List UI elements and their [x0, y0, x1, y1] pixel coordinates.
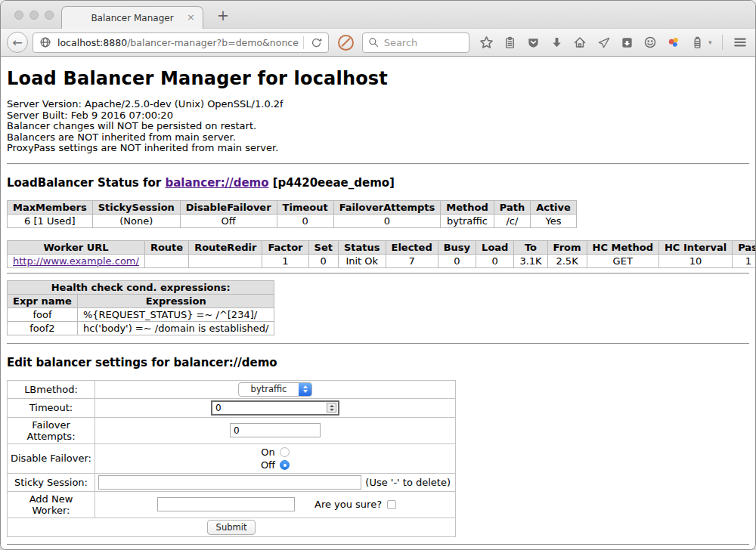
overflow-caret-icon[interactable]: ▾: [708, 39, 712, 46]
reading-list-icon[interactable]: [502, 35, 517, 50]
col-timeout: Timeout: [277, 200, 333, 214]
close-window-button[interactable]: [14, 11, 23, 20]
back-button[interactable]: ←: [7, 32, 28, 53]
health-row-foof: foof %{REQUEST_STATUS} =~ /^[234]/: [8, 307, 274, 321]
blocker-extension-icon[interactable]: [338, 35, 354, 51]
page-title: Load Balancer Manager for localhost: [7, 57, 749, 89]
health-table-title: Health check cond. expressions:: [8, 280, 274, 294]
cell-status: Init Ok: [338, 254, 386, 267]
bookmark-star-icon[interactable]: [479, 35, 494, 50]
col-disablefailover: DisableFailover: [180, 200, 277, 214]
col-factor: Factor: [262, 240, 308, 254]
timeout-label: Timeout:: [8, 398, 95, 417]
col-set: Set: [308, 240, 338, 254]
worker-header-row: Worker URL Route RouteRedir Factor Set S…: [8, 240, 756, 254]
col-maxmembers: MaxMembers: [8, 200, 93, 214]
inherit-notice-line: Balancers are NOT inherited from main se…: [7, 132, 749, 144]
cell-route: [144, 254, 188, 267]
col-active: Active: [531, 200, 577, 214]
window-controls[interactable]: [14, 11, 54, 20]
add-worker-row: Add New Worker: Are you sure?: [8, 491, 456, 518]
disable-failover-off-radio[interactable]: [280, 460, 290, 470]
cell-timeout: 0: [277, 214, 333, 227]
disable-failover-label: Disable Failover:: [8, 443, 95, 473]
toolbar-divider: [722, 35, 723, 50]
balancer-header-row: MaxMembers StickySession DisableFailover…: [8, 200, 577, 214]
minimize-window-button[interactable]: [29, 11, 39, 20]
balancer-demo-link[interactable]: balancer://demo: [165, 176, 268, 190]
sticky-session-label: Sticky Session:: [8, 473, 95, 491]
cell-from: 2.5K: [547, 254, 587, 267]
select-stepper-icon: [299, 383, 311, 396]
submit-row: Submit: [8, 518, 456, 536]
toolbar-icons: ▾: [479, 35, 756, 50]
submit-button[interactable]: Submit: [207, 520, 256, 535]
server-version-line: Server Version: Apache/2.5.0-dev (Unix) …: [7, 99, 749, 110]
add-worker-input[interactable]: [157, 497, 295, 511]
menu-hamburger-icon[interactable]: [733, 35, 748, 50]
cell-hc-interval: 10: [658, 254, 732, 267]
col-route: Route: [144, 240, 188, 254]
number-spinner-icon[interactable]: [327, 403, 336, 412]
reader-box-icon[interactable]: [619, 35, 634, 50]
home-icon[interactable]: [572, 35, 587, 50]
col-load: Load: [476, 240, 514, 254]
col-from: From: [547, 240, 587, 254]
browser-window: Balancer Manager × + ← localhost:8880/ba…: [0, 0, 756, 550]
radio-off-label: Off: [261, 459, 275, 471]
search-input[interactable]: [384, 37, 464, 48]
zoom-window-button[interactable]: [45, 11, 54, 20]
cell-busy: 0: [438, 254, 476, 267]
feedback-smiley-icon[interactable]: [643, 35, 658, 50]
worker-url-link[interactable]: http://www.example.com/: [13, 255, 139, 267]
col-hc-method: HC Method: [587, 240, 658, 254]
col-path: Path: [494, 200, 530, 214]
server-built-line: Server Built: Feb 9 2016 07:00:20: [7, 110, 749, 122]
lbmethod-selected-value: bytraffic: [239, 383, 299, 396]
colored-dots-extension-icon[interactable]: [666, 35, 681, 50]
worker-data-row: http://www.example.com/ 1 0 Init Ok 7 0 …: [8, 254, 756, 267]
col-expr-name: Expr name: [8, 294, 78, 307]
url-bar[interactable]: localhost:8880/balancer-manager?b=demo&n…: [33, 32, 329, 53]
edit-balancer-form: LBmethod: bytraffic Timeout:: [7, 380, 456, 537]
health-header-row: Expr name Expression: [8, 294, 274, 307]
disable-failover-on-radio[interactable]: [280, 447, 290, 457]
col-passes: Passes: [733, 240, 755, 254]
cell-path: /c/: [494, 214, 530, 227]
col-method: Method: [441, 200, 494, 214]
url-text[interactable]: localhost:8880/balancer-manager?b=demo&n…: [57, 37, 299, 48]
cell-set: 0: [308, 254, 338, 267]
tab-close-icon[interactable]: ×: [187, 11, 195, 23]
downloads-icon[interactable]: [549, 35, 564, 50]
cell-expr-name: foof2: [8, 321, 78, 335]
col-stickysession: StickySession: [92, 200, 180, 214]
divider: [7, 544, 749, 545]
send-tab-icon[interactable]: [596, 35, 611, 50]
tab-balancer-manager[interactable]: Balancer Manager ×: [61, 6, 203, 29]
col-failoverattempts: FailoverAttempts: [333, 200, 441, 214]
failover-attempts-label: Failover Attempts:: [8, 417, 95, 443]
navigation-toolbar: ← localhost:8880/balancer-manager?b=demo…: [1, 28, 755, 57]
search-bar[interactable]: [362, 32, 469, 53]
pocket-icon[interactable]: [525, 35, 541, 50]
health-row-foof2: foof2 hc('body') =~ /domain is establish…: [8, 321, 274, 335]
url-path: /balancer-manager?b=demo&nonce=decc37be-…: [127, 37, 299, 48]
timeout-input[interactable]: [211, 400, 339, 416]
sticky-session-input[interactable]: [98, 475, 361, 490]
disable-failover-row: Disable Failover: On Off: [8, 443, 456, 473]
new-tab-button[interactable]: +: [212, 7, 234, 23]
are-you-sure-checkbox[interactable]: [387, 500, 396, 509]
page-content: Load Balancer Manager for localhost Serv…: [1, 57, 755, 550]
status-heading-suffix: [p4420eeae_demo]: [269, 176, 395, 190]
health-check-table: Health check cond. expressions: Expr nam…: [7, 280, 274, 335]
cell-failoverattempts: 0: [333, 214, 441, 227]
lbmethod-select[interactable]: bytraffic: [238, 382, 312, 397]
are-you-sure-label: Are you sure?: [314, 499, 382, 510]
timeout-row: Timeout:: [8, 398, 456, 417]
cell-expression: hc('body') =~ /domain is established/: [77, 321, 274, 335]
reload-icon[interactable]: [308, 35, 324, 50]
failover-attempts-input[interactable]: [230, 423, 321, 437]
sticky-session-row: Sticky Session: (Use '-' to delete): [8, 473, 456, 491]
battery-extension-icon[interactable]: [689, 35, 705, 50]
cell-method: bytraffic: [441, 214, 494, 227]
